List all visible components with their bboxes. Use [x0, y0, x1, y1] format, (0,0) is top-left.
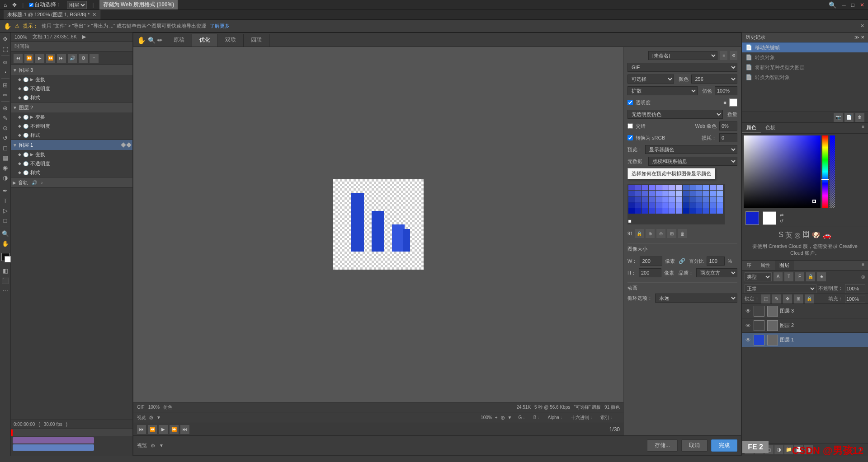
layer-1-header[interactable]: ▼ 图层 1	[11, 140, 132, 150]
layer-filter-btn-2[interactable]: T	[784, 272, 793, 281]
window-close[interactable]: ✕	[860, 2, 864, 8]
color-table-add[interactable]: ⊕	[646, 229, 655, 238]
dodge-tool[interactable]: ◑	[1, 173, 10, 182]
preview-dropdown[interactable]: ▼	[156, 415, 161, 420]
audio-header[interactable]: ▶ 音轨 🔊 ♪	[11, 177, 132, 187]
layer-new-btn[interactable]: 📄	[794, 445, 803, 454]
sw8[interactable]: 🕐	[23, 161, 28, 166]
tab-sequence[interactable]: 序	[742, 261, 756, 270]
magic-wand-tool[interactable]: ⋆	[1, 67, 10, 76]
hand-pan-tool[interactable]: ✋	[1, 239, 10, 248]
zoom-tool-dialog[interactable]: 🔍	[148, 37, 156, 44]
color-count-dropdown[interactable]: 256	[691, 75, 738, 84]
link-icon[interactable]: 🔗	[679, 258, 685, 264]
timeline-prev-frame[interactable]: ⏪	[24, 54, 33, 63]
auto-select-dropdown[interactable]: 图层	[67, 1, 87, 9]
history-new-snapshot[interactable]: 📷	[834, 113, 843, 122]
tab-double[interactable]: 双联	[218, 34, 244, 47]
reset-colors-icon[interactable]: ↺	[780, 219, 783, 224]
sw7[interactable]: 🕐	[23, 152, 28, 157]
quality-dropdown[interactable]: 两次立方	[696, 268, 737, 277]
timeline-first-frame[interactable]: ⏮	[14, 54, 23, 63]
tab-properties[interactable]: 属性	[756, 261, 775, 270]
window-restore[interactable]: □	[851, 2, 854, 8]
more-tools[interactable]: ⋯	[1, 286, 10, 295]
lock-position-btn[interactable]: ✥	[783, 294, 792, 303]
history-item-1[interactable]: 📄 转换对象	[742, 52, 868, 62]
metadata-dropdown[interactable]: 版权和联系信息	[648, 157, 737, 166]
percent-input[interactable]	[707, 257, 725, 266]
color-table-delete[interactable]: 🗑	[678, 229, 687, 238]
selectable-dropdown[interactable]: 可选择	[627, 75, 674, 84]
timeline-play[interactable]: ▶	[35, 54, 44, 63]
layer-1-track-2[interactable]	[13, 444, 94, 451]
tab-swatches[interactable]: 色板	[761, 123, 780, 133]
layer-delete-btn[interactable]: 🗑	[804, 445, 813, 454]
lock-transparent-btn[interactable]: ⬚	[761, 294, 770, 303]
move-tool-icon[interactable]: ✥	[12, 2, 17, 8]
eraser-tool[interactable]: ◻	[1, 143, 10, 152]
blur-tool[interactable]: ◉	[1, 163, 10, 172]
simulate-input[interactable]	[715, 86, 737, 95]
brush-tool[interactable]: ✎	[1, 113, 10, 122]
healing-tool[interactable]: ⊕	[1, 103, 10, 112]
footer-settings-icon[interactable]: ⚙	[151, 443, 156, 449]
web-color-input[interactable]	[719, 121, 737, 131]
preset-dropdown[interactable]: [未命名]	[648, 51, 717, 60]
auto-select-checkbox[interactable]	[29, 3, 33, 7]
lock-artboard-btn[interactable]: ⊞	[794, 294, 803, 303]
text-tool[interactable]: T	[1, 196, 10, 205]
layer-item-1[interactable]: 👁 图层 1	[742, 333, 868, 347]
timeline-more[interactable]: ≡	[90, 54, 99, 63]
layer-filter-btn-3[interactable]: F	[795, 272, 804, 281]
color-gradient-box[interactable]	[744, 135, 821, 208]
tab-layers[interactable]: 图层	[775, 261, 794, 270]
zoom-out-btn[interactable]: -	[476, 415, 478, 420]
fill-input[interactable]	[845, 295, 865, 303]
sw5[interactable]: 🕐	[23, 124, 28, 129]
anim-prev[interactable]: ⏪	[148, 425, 157, 434]
timeline-settings[interactable]: ⚙	[79, 54, 88, 63]
layer-group-btn[interactable]: 📁	[784, 445, 793, 454]
anim-last[interactable]: ⏭	[180, 425, 189, 434]
layer-1-eye[interactable]: 👁	[745, 336, 752, 344]
interlace-checkbox[interactable]	[627, 123, 633, 129]
history-brush-tool[interactable]: ↺	[1, 133, 10, 142]
layer-1-track-1[interactable]	[13, 437, 94, 443]
color-panel-menu[interactable]: ≡	[858, 123, 868, 133]
preset-settings[interactable]: ⚙	[730, 51, 737, 60]
history-item-2[interactable]: 📄 将新对某种类型为图层	[742, 62, 868, 72]
layer-3-eye[interactable]: 👁	[745, 308, 752, 315]
layer-filter-btn-4[interactable]: 🔒	[806, 272, 815, 281]
zoom-drop[interactable]: ▼	[508, 415, 512, 420]
height-input[interactable]	[639, 268, 661, 277]
color-table-lock[interactable]: 🔒	[635, 229, 644, 238]
cancel-button[interactable]: 取消	[681, 439, 708, 452]
loop-dropdown[interactable]: 永远	[655, 294, 737, 303]
move-tool[interactable]: ✥	[1, 34, 10, 43]
bg-color[interactable]	[5, 256, 11, 262]
layer-2-header[interactable]: ▼ 图层 2	[11, 103, 132, 112]
history-item-3[interactable]: 📄 转换为智能对象	[742, 72, 868, 82]
crop-tool[interactable]: ⊞	[1, 80, 10, 89]
hand-tool-dialog[interactable]: ✋	[137, 36, 146, 45]
timeline-last-frame[interactable]: ⏭	[57, 54, 66, 63]
hand-tool-icon[interactable]: ✋	[4, 23, 11, 30]
tab-original[interactable]: 原稿	[166, 34, 192, 47]
layer-add-icon[interactable]: +	[856, 445, 865, 454]
pen-tool[interactable]: ✒	[1, 186, 10, 195]
layer-filter-btn-5[interactable]: ★	[817, 272, 826, 281]
stopwatch-icon2[interactable]: 🕐	[23, 86, 28, 91]
opacity-bar[interactable]	[830, 135, 835, 208]
gradient-tool[interactable]: ▦	[1, 153, 10, 162]
blend-mode-dropdown[interactable]: 正常	[745, 284, 816, 293]
color-table-subtract[interactable]: ⊖	[656, 229, 665, 238]
bg-color-swatch[interactable]	[763, 211, 776, 225]
eyedropper-tool[interactable]: ✏	[1, 90, 10, 99]
preview-label-btn[interactable]: 视览	[137, 415, 146, 421]
lock-image-btn[interactable]: ✎	[772, 294, 781, 303]
stopwatch-icon[interactable]: 🕐	[23, 77, 28, 82]
selection-tool[interactable]: ⬚	[1, 44, 10, 53]
history-delete[interactable]: 🗑	[855, 113, 864, 122]
eyedropper-dialog[interactable]: ✏	[157, 37, 163, 44]
